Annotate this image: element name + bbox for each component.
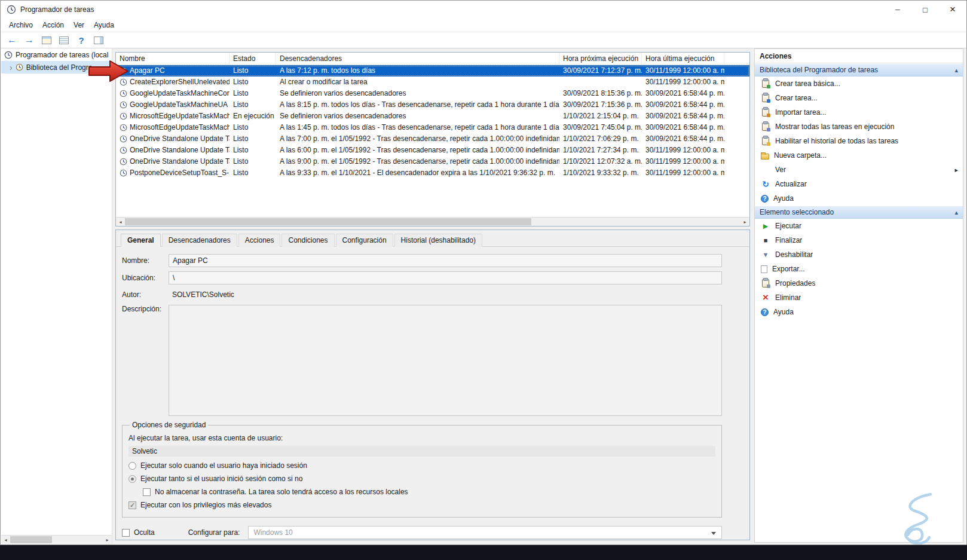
general-tab-content: Nombre: Apagar PC Ubicación: \ Autor: SO… <box>116 247 749 540</box>
action-item[interactable]: Actualizar <box>755 177 963 191</box>
table-row[interactable]: OneDrive Standalone Update Tas... Listo … <box>116 145 749 156</box>
chevron-up-icon[interactable] <box>954 208 958 216</box>
section-header-selected-item[interactable]: Elemento seleccionado <box>755 206 963 219</box>
clock-icon <box>120 101 127 109</box>
option-control[interactable] <box>128 462 136 470</box>
menu-item[interactable]: Ayuda <box>89 20 119 30</box>
chevron-up-icon[interactable] <box>954 66 958 74</box>
table-row[interactable]: GoogleUpdateTaskMachineUA Listo A las 8:… <box>116 99 749 111</box>
security-option[interactable]: Ejecutar tanto si el usuario inició sesi… <box>128 475 715 483</box>
action-item[interactable]: Crear tarea básica... <box>755 76 963 91</box>
list-horizontal-scrollbar[interactable] <box>116 217 749 226</box>
action-item[interactable]: Habilitar el historial de todas las tare… <box>755 134 963 148</box>
option-control[interactable] <box>143 488 151 496</box>
task-last-run: 30/09/2021 6:58:44 p. m. <box>642 99 724 111</box>
scrollbar-thumb[interactable] <box>125 218 531 225</box>
submenu-arrow-icon <box>954 166 958 174</box>
scroll-right-arrow-icon[interactable] <box>103 535 112 544</box>
help-icon <box>761 195 769 203</box>
task-name: OneDrive Standalone Update Tas... <box>130 145 229 156</box>
maximize-icon <box>920 5 930 14</box>
actions-pane-title: Acciones <box>755 49 963 63</box>
action-item[interactable]: Finalizar <box>755 233 963 247</box>
task-last-run: 30/09/2021 6:58:44 p. m. <box>642 133 724 145</box>
action-item[interactable]: Exportar... <box>755 262 963 276</box>
table-row[interactable]: PostponeDeviceSetupToast_S-1-... Listo A… <box>116 167 749 179</box>
tree-horizontal-scrollbar[interactable] <box>1 535 112 544</box>
action-item[interactable]: Nueva carpeta... <box>755 148 963 163</box>
window-control-button[interactable] <box>884 1 911 19</box>
security-option[interactable]: No almacenar la contraseña. La tarea sol… <box>143 488 715 496</box>
action-item[interactable]: Ejecutar <box>755 219 963 233</box>
menu-item[interactable]: Ver <box>69 20 89 30</box>
toolbar-button[interactable] <box>22 33 37 47</box>
table-row[interactable]: MicrosoftEdgeUpdateTaskMachi... Listo A … <box>116 122 749 133</box>
clock-icon <box>120 112 127 120</box>
action-item[interactable]: Deshabilitar <box>755 247 963 262</box>
action-item[interactable]: Ayuda <box>755 305 963 319</box>
tab[interactable]: Acciones <box>238 234 281 247</box>
toolbar-button[interactable] <box>74 33 89 47</box>
option-label: No almacenar la contraseña. La tarea sol… <box>155 488 408 496</box>
configure-for-dropdown[interactable]: Windows 10 <box>248 526 722 539</box>
window-control-button[interactable] <box>939 1 966 19</box>
security-option[interactable]: Ejecutar con los privilegios más elevado… <box>128 501 715 509</box>
section-title: Elemento seleccionado <box>760 208 834 216</box>
chevron-right-icon[interactable] <box>10 63 13 72</box>
scroll-right-arrow-icon[interactable] <box>740 218 749 226</box>
section-header-library[interactable]: Biblioteca del Programador de tareas <box>755 63 963 76</box>
table-row[interactable]: GoogleUpdateTaskMachineCore Listo Se def… <box>116 88 749 99</box>
task-status: Listo <box>229 76 276 88</box>
configure-for-value: Windows 10 <box>253 528 292 537</box>
none-icon <box>761 165 770 175</box>
tab[interactable]: Condiciones <box>281 234 334 247</box>
toolbar-button[interactable] <box>56 33 72 47</box>
column-header[interactable]: Estado <box>229 53 276 65</box>
table-row[interactable]: OneDrive Standalone Update Tas... Listo … <box>116 156 749 167</box>
task-name-cell: Apagar PC <box>116 65 229 76</box>
toolbar-button[interactable] <box>39 33 54 47</box>
task-triggers: Se definieron varios desencadenadores <box>276 88 559 99</box>
table-row[interactable]: OneDrive Standalone Update Tas... Listo … <box>116 133 749 145</box>
filler-cell <box>724 156 749 167</box>
properties-icon <box>762 279 769 287</box>
tab[interactable]: Desencadenadores <box>162 234 237 247</box>
action-item[interactable]: Ayuda <box>755 191 963 206</box>
option-control[interactable] <box>128 475 136 483</box>
column-header[interactable]: Hora última ejecución <box>642 53 724 65</box>
action-item[interactable]: Crear tarea... <box>755 91 963 105</box>
table-row[interactable]: Apagar PC Listo A las 7:12 p. m. todos l… <box>116 65 749 76</box>
menu-item[interactable]: Archivo <box>4 20 38 30</box>
action-label: Mostrar todas las tareas en ejecución <box>775 123 894 131</box>
window-control-button[interactable] <box>911 1 939 19</box>
table-row[interactable]: MicrosoftEdgeUpdateTaskMachi... En ejecu… <box>116 111 749 122</box>
actions-pane: Acciones Biblioteca del Programador de t… <box>754 48 963 543</box>
tab[interactable]: Configuración <box>336 234 393 247</box>
menu-item[interactable]: Acción <box>38 20 69 30</box>
filler-cell <box>724 133 749 145</box>
window-title: Programador de tareas <box>20 5 94 14</box>
column-header[interactable]: Nombre <box>116 53 229 65</box>
task-name: PostponeDeviceSetupToast_S-1-... <box>130 167 229 179</box>
column-header[interactable]: Desencadenadores <box>276 53 559 65</box>
scroll-left-arrow-icon[interactable] <box>1 535 10 544</box>
toolbar-button[interactable] <box>4 33 20 47</box>
scrollbar-thumb[interactable] <box>10 536 52 543</box>
column-header[interactable]: Hora próxima ejecución <box>559 53 642 65</box>
tab[interactable]: Historial (deshabilitado) <box>394 234 482 247</box>
action-item[interactable]: Importar tarea... <box>755 105 963 120</box>
action-item[interactable]: Ver <box>755 163 963 177</box>
action-item[interactable]: Propiedades <box>755 276 963 290</box>
tab[interactable]: General <box>121 234 161 247</box>
hidden-checkbox[interactable] <box>122 529 130 537</box>
task-status: Listo <box>229 156 276 167</box>
action-item[interactable]: Mostrar todas las tareas en ejecución <box>755 120 963 134</box>
task-status: Listo <box>229 133 276 145</box>
scroll-left-arrow-icon[interactable] <box>116 218 125 226</box>
action-item[interactable]: Eliminar <box>755 290 963 305</box>
security-option[interactable]: Ejecutar solo cuando el usuario haya ini… <box>128 461 715 470</box>
task-status: Listo <box>229 99 276 111</box>
table-row[interactable]: CreateExplorerShellUnelevatedTa... Listo… <box>116 76 749 88</box>
toolbar-button[interactable] <box>91 33 106 47</box>
option-control[interactable] <box>128 501 136 509</box>
